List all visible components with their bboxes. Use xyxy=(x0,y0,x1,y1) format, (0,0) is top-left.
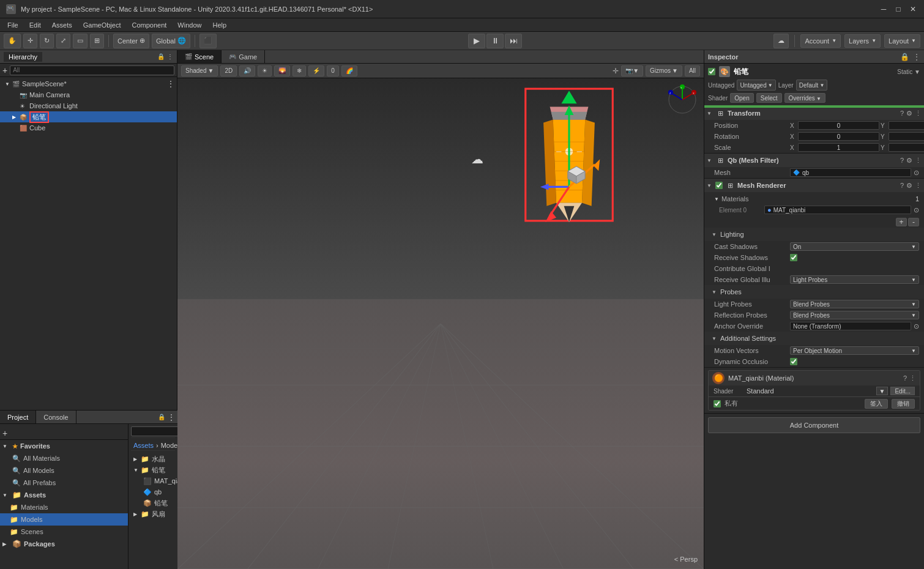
asset-item-qianbi-prefab[interactable]: 📦 铅笔 xyxy=(131,497,175,508)
play-button[interactable]: ▶ xyxy=(468,34,485,48)
packages-section[interactable]: ▶ 📦 Packages xyxy=(0,538,128,550)
tree-item-qianbi[interactable]: ▶ 📦 铅笔 xyxy=(0,111,177,122)
project-all-prefabs[interactable]: 🔍 All Prefabs xyxy=(0,477,128,489)
tree-item-samplescene[interactable]: ▼ 🎬 SampleScene* ⋮ xyxy=(0,78,177,89)
maximize-button[interactable]: □ xyxy=(893,4,903,14)
project-all-models[interactable]: 🔍 All Models xyxy=(0,464,128,477)
model-open-button[interactable]: Open xyxy=(730,93,753,103)
project-search-input[interactable] xyxy=(131,426,177,436)
mat-expand-arrow[interactable]: ▼ xyxy=(714,196,719,202)
mesh-target-icon[interactable]: ⊙ xyxy=(914,169,919,177)
pause-button[interactable]: ⏸ xyxy=(486,34,504,48)
scene-menu-icon[interactable]: ⋮ xyxy=(167,80,174,88)
scene-tab[interactable]: 🎬 Scene xyxy=(177,50,222,63)
pos-y-input[interactable] xyxy=(889,121,924,130)
menu-file[interactable]: File xyxy=(2,20,23,30)
mesh-renderer-help-icon[interactable]: ? xyxy=(900,182,904,189)
breadcrumb-assets[interactable]: Assets xyxy=(133,442,154,449)
material-header[interactable]: 🟠 MAT_qianbi (Material) ? ⋮ xyxy=(709,371,920,385)
cancel-button[interactable]: 撤销 xyxy=(892,399,915,409)
mesh-renderer-header[interactable]: ▼ ⊞ Mesh Renderer ? ⚙ ⋮ xyxy=(704,179,924,192)
favorites-section[interactable]: ▼ ★ Favorites xyxy=(0,440,128,452)
rotate-tool[interactable]: ↻ xyxy=(40,34,54,48)
mesh-filter-menu-icon[interactable]: ⋮ xyxy=(915,157,922,165)
project-all-materials[interactable]: 🔍 All Materials xyxy=(0,452,128,464)
pivot-toggle[interactable]: Center ⊕ xyxy=(113,34,149,48)
project-scenes[interactable]: 📁 Scenes xyxy=(0,526,128,538)
rot-y-input[interactable] xyxy=(889,132,924,141)
mesh-filter-settings-icon[interactable]: ⚙ xyxy=(906,157,912,165)
custom-tool[interactable]: ⬛ xyxy=(199,34,217,48)
lighting-header[interactable]: ▼ Lighting xyxy=(704,228,924,241)
object-enabled-checkbox[interactable] xyxy=(708,68,715,75)
material-help-icon[interactable]: ? xyxy=(903,374,907,382)
hierarchy-tab[interactable]: Hierarchy xyxy=(4,52,42,62)
2d-button[interactable]: 2D xyxy=(220,65,237,76)
pos-x-input[interactable] xyxy=(798,121,879,130)
shading-dropdown[interactable]: Shaded ▼ xyxy=(181,65,218,76)
scale-tool[interactable]: ⤢ xyxy=(56,34,70,48)
audio-btn[interactable]: 🔊 xyxy=(239,65,255,76)
mesh-renderer-enabled[interactable] xyxy=(715,182,723,189)
project-materials[interactable]: 📁 Materials xyxy=(0,501,128,513)
combined-tool[interactable]: ⊞ xyxy=(90,34,104,48)
collab-button[interactable]: ☁ xyxy=(773,34,789,48)
rot-x-input[interactable] xyxy=(798,132,879,141)
private-checkbox[interactable] xyxy=(713,400,721,407)
postfx-btn[interactable]: 🌈 xyxy=(341,65,357,76)
object-name-input[interactable] xyxy=(734,67,893,76)
receive-shadows-checkbox[interactable] xyxy=(790,254,797,261)
inspector-more-icon[interactable]: ⋮ xyxy=(913,53,920,61)
close-button[interactable]: ✕ xyxy=(908,4,918,14)
mesh-filter-header[interactable]: ▼ ⊞ Qb (Mesh Filter) ? ⚙ ⋮ xyxy=(704,154,924,167)
element0-target-icon[interactable]: ⊙ xyxy=(914,206,919,214)
material-edit-button[interactable]: Edit... xyxy=(890,387,915,395)
mesh-renderer-settings-icon[interactable]: ⚙ xyxy=(906,182,912,190)
materials-remove-button[interactable]: - xyxy=(908,218,919,226)
project-menu-icon[interactable]: ⋮ xyxy=(168,413,175,422)
light-btn[interactable]: ☀ xyxy=(258,65,272,76)
probes-header[interactable]: ▼ Probes xyxy=(704,285,924,299)
layer-dropdown[interactable]: Default ▼ xyxy=(796,80,828,91)
scale-y-input[interactable] xyxy=(889,143,924,152)
layers-dropdown[interactable]: Layers ▼ xyxy=(844,34,881,48)
asset-item-shuijing[interactable]: ▶ 📁 水晶 xyxy=(131,453,175,464)
menu-component[interactable]: Component xyxy=(127,20,171,30)
menu-window[interactable]: Window xyxy=(173,20,206,30)
dynamic-occlusion-checkbox[interactable] xyxy=(790,358,797,365)
scale-x-input[interactable] xyxy=(798,143,879,152)
asset-item-qb[interactable]: 🔷 qb xyxy=(131,486,175,497)
materials-add-button[interactable]: + xyxy=(896,218,907,226)
account-dropdown[interactable]: Account ▼ xyxy=(800,34,841,48)
asset-item-mat[interactable]: ⬛ MAT_qianbi xyxy=(131,475,175,486)
mesh-filter-help-icon[interactable]: ? xyxy=(900,157,904,164)
menu-help[interactable]: Help xyxy=(207,20,231,30)
shader-dropdown[interactable]: ▼ xyxy=(876,387,889,395)
project-add-button[interactable]: + xyxy=(2,428,7,438)
asset-item-qianbi-folder[interactable]: ▼ 📁 铅笔 xyxy=(131,464,175,475)
hand-tool[interactable]: ✋ xyxy=(4,34,21,48)
menu-assets[interactable]: Assets xyxy=(47,20,77,30)
step-button[interactable]: ⏭ xyxy=(505,34,522,48)
move-tool[interactable]: ✛ xyxy=(23,34,37,48)
asset-item-fengshan[interactable]: ▶ 📁 风扇 xyxy=(131,508,175,519)
project-lock-icon[interactable]: 🔒 xyxy=(158,414,165,420)
flare-btn[interactable]: ⚡ xyxy=(308,65,324,76)
menu-gameobject[interactable]: GameObject xyxy=(78,20,126,30)
tree-item-cube[interactable]: 🟫 Cube xyxy=(0,122,177,133)
checkin-button[interactable]: 签入 xyxy=(865,399,888,409)
tag-dropdown[interactable]: Untagged ▼ xyxy=(737,80,775,91)
hierarchy-lock-icon[interactable]: 🔒 xyxy=(157,53,165,60)
hierarchy-add-button[interactable]: + xyxy=(2,65,7,75)
material-menu-icon[interactable]: ⋮ xyxy=(909,374,916,382)
game-tab[interactable]: 🎮 Game xyxy=(222,50,265,63)
tree-item-directional-light[interactable]: ☀ Directional Light xyxy=(0,100,177,111)
tree-item-main-camera[interactable]: 📷 Main Camera xyxy=(0,89,177,100)
console-tab[interactable]: Console xyxy=(36,411,76,423)
inspector-lock-icon[interactable]: 🔒 xyxy=(900,53,909,61)
layout-dropdown[interactable]: Layout ▼ xyxy=(884,34,920,48)
gizmos-dropdown[interactable]: Gizmos ▼ xyxy=(646,65,682,76)
project-tab[interactable]: Project xyxy=(0,411,36,423)
hierarchy-search-input[interactable] xyxy=(10,65,174,75)
camera-dropdown[interactable]: 📷▼ xyxy=(621,65,643,76)
